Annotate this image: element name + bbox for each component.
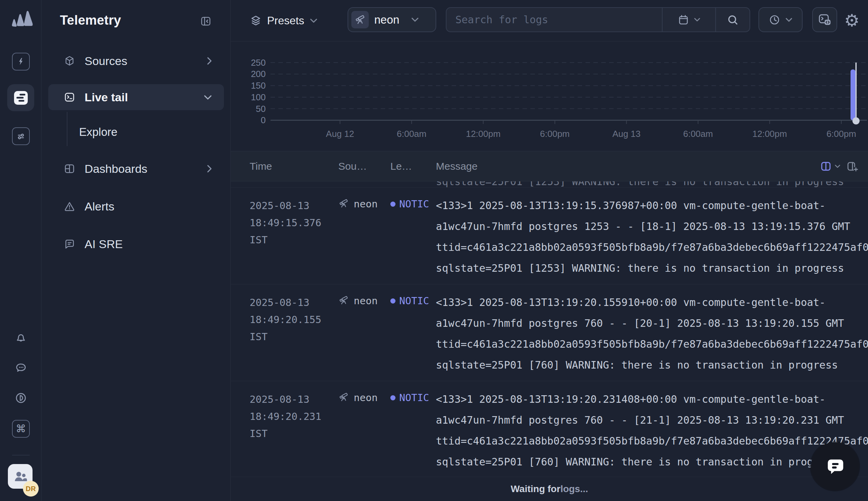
clipped-log-text: sqlstate=25P01 [1253] WARNING: there is … <box>436 181 868 188</box>
log-message-line: sqlstate=25P01 [760] WARNING: there is n… <box>436 354 868 375</box>
sidebar-item-live-tail[interactable]: Live tail <box>48 84 224 110</box>
sidebar-header: Telemetry <box>41 0 231 38</box>
log-message-line: <133>1 2025-08-13T13:19:20.231408+00:00 … <box>436 389 868 409</box>
telemetry-app: ⌘ DR Telemetry <box>0 0 868 501</box>
sidebar-item-sources[interactable]: Sources <box>48 48 224 74</box>
chevron-down-icon <box>203 94 212 100</box>
log-row[interactable]: 2025-08-13 18:49:15.376 IST neon NOTIC <… <box>231 188 868 284</box>
query-console-button[interactable] <box>812 7 837 32</box>
clock-icon <box>768 14 781 26</box>
mountain-logo-icon <box>8 8 33 29</box>
rail-bolt-button[interactable] <box>12 53 30 71</box>
alert-triangle-icon <box>64 201 75 212</box>
add-column-button[interactable] <box>846 160 858 172</box>
panel-collapse-icon <box>200 15 212 27</box>
rail-logs-button-active[interactable] <box>7 84 34 111</box>
level-dot-icon <box>390 298 395 303</box>
column-header-message[interactable]: Message <box>436 160 868 172</box>
chevron-down-icon <box>835 164 840 168</box>
rail-feedback-button[interactable] <box>12 359 30 377</box>
log-volume-chart[interactable]: 050100150200250Aug 126:00am12:00pm6:00pm… <box>231 41 868 151</box>
log-message: <133>1 2025-08-13T13:19:20.155910+00:00 … <box>436 292 868 375</box>
source-filter-dropdown[interactable]: neon <box>348 7 436 32</box>
log-message-line: a1wc47un-7hmfd postgres 760 - - [20-1] 2… <box>436 313 868 334</box>
svg-text:6:00am: 6:00am <box>683 129 713 139</box>
log-source-name: neon <box>354 198 378 210</box>
sidebar-item-explore[interactable]: Explore <box>79 120 216 145</box>
svg-text:0: 0 <box>261 115 266 125</box>
column-header-time[interactable]: Time <box>250 160 338 172</box>
calendar-icon <box>677 14 690 26</box>
telescope-icon <box>338 392 349 403</box>
sidebar-item-alerts[interactable]: Alerts <box>48 193 224 219</box>
log-time: 2025-08-13 18:49:20.155 IST <box>250 292 338 375</box>
help-chat-fab[interactable] <box>811 442 859 490</box>
chevron-down-icon <box>694 18 701 22</box>
brand-logo-icon[interactable] <box>8 8 33 29</box>
svg-text:6:00am: 6:00am <box>397 129 427 139</box>
table-header-actions <box>820 151 858 181</box>
column-header-source[interactable]: Sou… <box>338 160 390 172</box>
table-footer: Waiting for logs... <box>231 477 868 501</box>
rail-shortcuts-button[interactable]: ⌘ <box>12 420 30 438</box>
log-table-body: sqlstate=25P01 [1253] WARNING: there is … <box>231 181 868 477</box>
clipped-log-row[interactable]: sqlstate=25P01 [1253] WARNING: there is … <box>231 181 868 188</box>
add-column-icon <box>846 160 858 172</box>
log-row[interactable]: 2025-08-13 18:49:20.231 IST neon NOTIC <… <box>231 381 868 477</box>
log-message-line: a1wc47un-7hmfd postgres 1253 - - [18-1] … <box>436 216 868 237</box>
log-row[interactable]: 2025-08-13 18:49:20.155 IST neon NOTIC <… <box>231 284 868 381</box>
settings-button[interactable]: ⚙ <box>842 10 861 31</box>
chevron-right-icon <box>206 56 212 65</box>
sidebar-item-dashboards[interactable]: Dashboards <box>48 156 224 182</box>
page-title: Telemetry <box>60 13 121 28</box>
search-icon <box>726 13 739 26</box>
user-initials-badge[interactable]: DR <box>23 481 39 497</box>
run-search-button[interactable] <box>715 8 750 31</box>
log-time-line: IST <box>250 425 338 442</box>
sliders-icon <box>16 131 26 141</box>
presets-label: Presets <box>267 14 304 27</box>
main-content: Presets neon <box>231 0 868 501</box>
chevron-down-icon <box>785 18 793 22</box>
column-header-level[interactable]: Le… <box>390 160 436 172</box>
waiting-status-text-suffix: logs... <box>561 483 588 494</box>
log-level: NOTIC <box>390 389 436 472</box>
level-dot-icon <box>390 395 395 401</box>
log-message-line: <133>1 2025-08-13T13:19:15.376987+00:00 … <box>436 195 868 216</box>
column-layout-button[interactable] <box>820 160 840 172</box>
tree-indent-line <box>67 112 67 146</box>
log-time-line: 2025-08-13 <box>250 294 338 311</box>
sidebar-item-label: AI SRE <box>85 237 123 251</box>
date-range-button[interactable] <box>662 8 715 31</box>
log-time-line: 18:49:20.155 <box>250 311 338 328</box>
logs-icon <box>14 91 28 105</box>
log-level-label: NOTIC <box>399 392 429 404</box>
cube-icon <box>64 55 75 67</box>
waiting-status-text: Waiting for <box>510 483 560 494</box>
svg-text:50: 50 <box>256 104 266 114</box>
presets-dropdown[interactable]: Presets <box>250 10 318 31</box>
log-message: <133>1 2025-08-13T13:19:20.231408+00:00 … <box>436 389 868 472</box>
log-rows: 2025-08-13 18:49:15.376 IST neon NOTIC <… <box>231 188 868 477</box>
users-icon <box>13 470 28 483</box>
dashboard-layout-icon <box>64 163 75 174</box>
chevron-right-icon <box>206 164 212 173</box>
log-message-line: <133>1 2025-08-13T13:19:20.155910+00:00 … <box>436 292 868 313</box>
speech-bubble-icon <box>823 454 847 479</box>
collapse-sidebar-button[interactable] <box>200 15 212 27</box>
telescope-icon <box>338 295 349 306</box>
rail-theme-button[interactable] <box>12 389 30 407</box>
log-message: <133>1 2025-08-13T13:19:15.376987+00:00 … <box>436 195 868 279</box>
log-time-line: 2025-08-13 <box>250 391 338 408</box>
time-range-dropdown[interactable] <box>759 7 803 32</box>
sidebar-item-label: Alerts <box>85 200 114 213</box>
telescope-icon <box>338 198 349 209</box>
rail-notifications-button[interactable] <box>12 329 30 347</box>
log-level-label: NOTIC <box>399 295 429 307</box>
log-time-line: 2025-08-13 <box>250 197 338 214</box>
sidebar-item-ai-sre[interactable]: AI SRE <box>48 231 224 257</box>
log-source-name: neon <box>354 392 378 404</box>
search-input[interactable] <box>446 8 662 31</box>
rail-sliders-button[interactable] <box>12 127 30 145</box>
lightning-icon <box>16 56 26 67</box>
